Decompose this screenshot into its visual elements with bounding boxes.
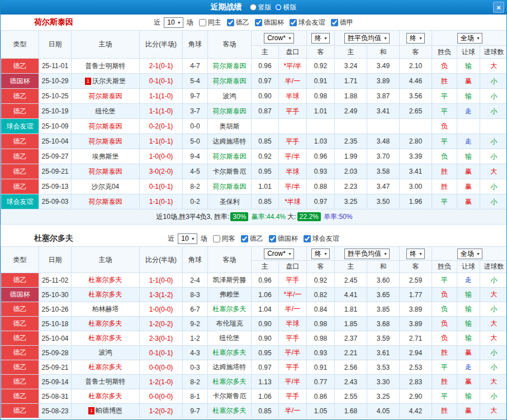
away-team[interactable]: 奥胡斯 [208,119,252,134]
match-row[interactable]: 德乙 25-10-19 纽伦堡 1-1(1-0) 3-7 荷尔斯泰因 0.87 … [1,104,507,119]
away-team[interactable]: 卡尔斯鲁厄 [208,389,252,404]
home-team[interactable]: 杜塞尔多夫 [72,317,140,331]
away-team[interactable]: 杜塞尔多夫 [208,346,252,360]
match-score: 1-3(1-2) [140,288,183,302]
match-row[interactable]: 德乙 25-09-14 普鲁士明斯特 1-2(1-0) 8-2 杜塞尔多夫 1.… [1,375,507,389]
chevron-down-icon: ▼ [476,252,480,256]
home-team[interactable]: 荷尔斯泰因 [72,89,140,104]
match-row[interactable]: 球会友谊 25-09-03 荷尔斯泰因 1-1(0-1) 0-2 圣保利 0.8… [1,194,507,209]
match-row[interactable]: 德乙 25-09-21 荷尔斯泰因 3-0(2-0) 4-5 卡尔斯鲁厄 0.9… [1,164,507,179]
match-row[interactable]: 德国杯 25-10-29 1沃尔夫斯堡 0-1(0-1) 5-4 荷尔斯泰因 0… [1,74,507,89]
horizontal-radio-input[interactable] [275,4,282,11]
match-count-value: 10 [181,235,188,242]
checkbox-input[interactable] [241,235,248,242]
home-team[interactable]: 纽伦堡 [72,104,140,119]
away-team[interactable]: 荷尔斯泰因 [208,179,252,194]
match-row[interactable]: 德乙 25-10-18 杜塞尔多夫 1-2(0-2) 9-2 布伦瑞克 0.90… [1,317,507,331]
checkbox-input[interactable] [290,19,297,26]
home-team[interactable]: 杜塞尔多夫 [72,389,140,404]
home-team[interactable]: 荷尔斯泰因 [72,134,140,149]
match-count-select[interactable]: 10▼ [178,233,197,244]
fullmatch-select[interactable]: 全场▼ [457,249,482,259]
checkbox-input[interactable] [199,19,206,26]
home-team[interactable]: 普鲁士明斯特 [72,59,140,74]
checkbox-input[interactable] [304,235,311,242]
away-team[interactable]: 凯泽斯劳滕 [208,273,252,288]
match-row[interactable]: 德乙 25-09-27 埃弗斯堡 1-0(0-0) 9-4 荷尔斯泰因 0.92… [1,149,507,164]
filter-checkbox[interactable]: 德乙 [227,18,249,27]
odds-final-select[interactable]: 终▼ [311,249,330,259]
match-row[interactable]: 德乙 25-09-28 波鸿 0-1(0-1) 4-3 杜塞尔多夫 0.95 平… [1,346,507,360]
home-team[interactable]: 1沃尔夫斯堡 [72,74,140,89]
home-team[interactable]: 杜塞尔多夫 [72,360,140,375]
match-row[interactable]: 德乙 25-08-23 1帕德博恩 1-2(0-2) 9-7 杜塞尔多夫 0.8… [1,404,507,418]
home-team[interactable]: 杜塞尔多夫 [72,331,140,346]
filter-checkbox[interactable]: 同主 [199,18,221,27]
away-team[interactable]: 波鸿 [208,89,252,104]
match-row[interactable]: 德乙 25-09-13 沙尔克04 0-1(0-1) 8-2 荷尔斯泰因 1.0… [1,179,507,194]
filter-checkbox[interactable]: 德国杯 [255,18,284,27]
away-team[interactable]: 荷尔斯泰因 [208,149,252,164]
away-team[interactable]: 弗赖堡 [208,288,252,302]
home-team[interactable]: 沙尔克04 [72,179,140,194]
match-row[interactable]: 德乙 25-10-25 荷尔斯泰因 1-1(1-0) 9-7 波鸿 0.90 半… [1,89,507,104]
checkbox-input[interactable] [255,19,262,26]
avg-odds-select[interactable]: 胜平负均值▼ [344,249,390,259]
away-team[interactable]: 布伦瑞克 [208,317,252,331]
vertical-radio-input[interactable] [250,4,257,11]
home-team[interactable]: 埃弗斯堡 [72,149,140,164]
checkbox-input[interactable] [331,19,338,26]
checkbox-input[interactable] [227,19,234,26]
away-team[interactable]: 达姆施塔特 [208,360,252,375]
home-team[interactable]: 波鸿 [72,346,140,360]
odds-company-select[interactable]: Crow*▼ [264,249,294,259]
filter-checkbox[interactable]: 同客 [213,234,235,244]
home-team[interactable]: 杜塞尔多夫 [72,273,140,288]
away-team[interactable]: 荷尔斯泰因 [208,104,252,119]
close-button[interactable]: × [493,2,504,13]
home-team[interactable]: 荷尔斯泰因 [72,119,140,134]
filter-checkbox[interactable]: 德甲 [331,18,353,27]
odds-final-select[interactable]: 终▼ [311,33,330,44]
home-team[interactable]: 杜塞尔多夫 [72,288,140,302]
home-team[interactable]: 普鲁士明斯特 [72,375,140,389]
match-row[interactable]: 德乙 25-10-04 杜塞尔多夫 2-3(0-1) 1-2 纽伦堡 0.90 … [1,331,507,346]
avg-odds-select[interactable]: 胜平负均值▼ [344,33,390,44]
match-date: 25-10-30 [39,288,72,302]
away-team[interactable]: 纽伦堡 [208,331,252,346]
away-team[interactable]: 杜塞尔多夫 [208,404,252,418]
away-team[interactable]: 卡尔斯鲁厄 [208,164,252,179]
away-team[interactable]: 达姆施塔特 [208,134,252,149]
avg-final-select[interactable]: 终▼ [406,249,425,259]
match-row[interactable]: 德乙 25-11-02 杜塞尔多夫 1-1(0-0) 2-4 凯泽斯劳滕 0.9… [1,273,507,288]
away-team[interactable]: 荷尔斯泰因 [208,59,252,74]
fullmatch-select[interactable]: 全场▼ [457,33,482,44]
checkbox-input[interactable] [213,235,220,242]
match-row[interactable]: 德乙 25-10-26 柏林赫塔 1-0(0-0) 6-7 杜塞尔多夫 1.04… [1,302,507,317]
home-team[interactable]: 柏林赫塔 [72,302,140,317]
match-row[interactable]: 德乙 25-09-21 杜塞尔多夫 0-0(0-0) 0-3 达姆施塔特 0.9… [1,360,507,375]
match-count-select[interactable]: 10▼ [164,17,183,28]
layout-radio-vertical[interactable]: 竖版 [250,3,272,12]
home-team[interactable]: 荷尔斯泰因 [72,194,140,209]
filter-checkbox[interactable]: 德乙 [241,234,263,244]
filter-checkbox[interactable]: 球会友谊 [290,18,325,27]
away-team[interactable]: 杜塞尔多夫 [208,375,252,389]
avg-final-select[interactable]: 终▼ [406,33,425,44]
away-team[interactable]: 杜塞尔多夫 [208,302,252,317]
away-team[interactable]: 荷尔斯泰因 [208,74,252,89]
match-row[interactable]: 德国杯 25-10-30 杜塞尔多夫 1-3(1-2) 8-3 弗赖堡 1.06… [1,288,507,302]
home-team[interactable]: 荷尔斯泰因 [72,164,140,179]
filter-checkbox[interactable]: 德国杯 [269,234,298,244]
odds-company-select[interactable]: Crow*▼ [264,33,294,44]
match-row[interactable]: 德乙 25-08-31 杜塞尔多夫 0-0(0-0) 8-1 卡尔斯鲁厄 1.0… [1,389,507,404]
home-team[interactable]: 1帕德博恩 [72,404,140,418]
filter-checkbox[interactable]: 球会友谊 [304,234,339,244]
match-row[interactable]: 球会友谊 25-10-09 荷尔斯泰因 0-2(0-1) 0-0 奥胡斯 负 [1,119,507,134]
match-row[interactable]: 德乙 25-10-04 荷尔斯泰因 1-1(0-1) 5-0 达姆施塔特 0.8… [1,134,507,149]
checkbox-input[interactable] [269,235,276,242]
match-type-badge: 德乙 [1,104,39,119]
match-row[interactable]: 德乙 25-11-01 普鲁士明斯特 2-1(0-1) 4-7 荷尔斯泰因 0.… [1,59,507,74]
away-team[interactable]: 圣保利 [208,194,252,209]
layout-radio-horizontal[interactable]: 横版 [275,3,297,12]
